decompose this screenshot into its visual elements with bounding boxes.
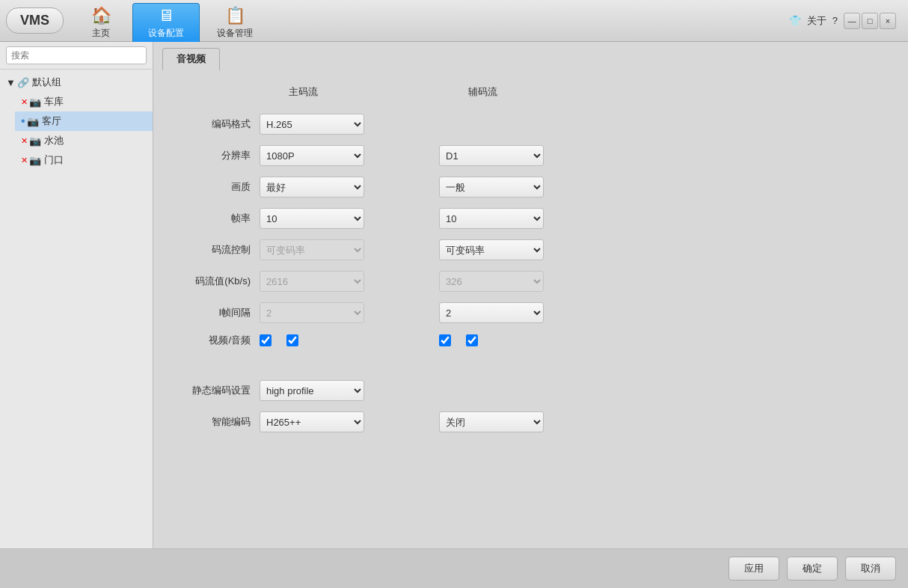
garage-label: 车库: [44, 95, 64, 108]
titlebar-right: 👕 关于 ? — □ ×: [789, 13, 896, 29]
entrance-label: 门口: [44, 153, 64, 167]
group-label: 默认组: [32, 76, 61, 89]
titlebar: VMS 🏠 主页 🖥 设备配置 📋 设备管理 👕 关于 ? — □ ×: [0, 0, 908, 42]
iframe-interval-row: I帧间隔 213 213: [176, 302, 886, 323]
static-encoding-select[interactable]: high profile main profile baseline: [260, 380, 364, 401]
video-sub-checkbox[interactable]: [439, 334, 451, 346]
bitrate-value-label: 码流值(Kb/s): [176, 275, 251, 288]
minimize-button[interactable]: —: [844, 13, 860, 29]
iframe-interval-main-select[interactable]: 213: [260, 302, 364, 323]
encoding-format-row: 编码格式 H.265 H.264: [176, 114, 886, 135]
main-layout: ▼ 🔗 默认组 ✕ 📷 车库 • 📷 客厅 ✕ 📷 水池: [0, 42, 908, 548]
help-label[interactable]: ?: [832, 15, 838, 26]
framerate-sub-select[interactable]: 1015202530: [439, 208, 544, 229]
bitrate-control-sub-select[interactable]: 可变码率固定码率: [439, 239, 544, 260]
logo-button[interactable]: VMS: [6, 7, 64, 34]
audio-main-checkbox[interactable]: [286, 334, 298, 346]
cancel-button[interactable]: 取消: [845, 557, 896, 581]
nav-tabs: 🏠 主页 🖥 设备配置 📋 设备管理: [71, 0, 789, 42]
tree-item-living-room[interactable]: • 📷 客厅: [15, 111, 153, 131]
video-audio-row: 视频/音频: [176, 334, 886, 347]
apply-button[interactable]: 应用: [728, 557, 779, 581]
tab-audio-video-label: 音视频: [177, 53, 206, 64]
bitrate-value-sub-select[interactable]: 326: [439, 271, 544, 292]
search-input[interactable]: [6, 46, 147, 64]
nav-tab-device-manage[interactable]: 📋 设备管理: [201, 3, 269, 42]
camera-icon: 📷: [27, 116, 39, 127]
iframe-interval-label: I帧间隔: [176, 306, 251, 319]
tree-item-entrance[interactable]: ✕ 📷 门口: [15, 150, 153, 170]
static-encoding-label: 静态编码设置: [176, 384, 251, 397]
iframe-interval-sub-select[interactable]: 213: [439, 302, 544, 323]
tree-item-pool[interactable]: ✕ 📷 水池: [15, 131, 153, 150]
tree-item-garage[interactable]: ✕ 📷 车库: [15, 92, 153, 111]
search-box: [0, 42, 153, 70]
confirm-button[interactable]: 确定: [787, 557, 838, 581]
resolution-sub-select[interactable]: D1CIFQCIF: [439, 145, 544, 166]
audio-sub-checkbox[interactable]: [466, 334, 478, 346]
close-button[interactable]: ×: [880, 13, 896, 29]
video-audio-label: 视频/音频: [176, 334, 251, 347]
nav-tab-device-config[interactable]: 🖥 设备配置: [132, 3, 200, 42]
shirt-icon: 👕: [789, 15, 801, 26]
resolution-label: 分辨率: [176, 149, 251, 162]
bitrate-value-main-select[interactable]: 2616: [260, 271, 364, 292]
smart-encoding-sub-select[interactable]: 关闭开启: [439, 411, 544, 432]
bitrate-value-row: 码流值(Kb/s) 2616 326: [176, 271, 886, 292]
window-controls: — □ ×: [844, 13, 896, 29]
bitrate-control-main-select[interactable]: 可变码率固定码率: [260, 239, 364, 260]
tree-item-default-group[interactable]: ▼ 🔗 默认组: [0, 73, 153, 92]
nav-tab-icon-device-manage: 📋: [225, 6, 245, 25]
content-tabs: 音视频: [153, 42, 908, 70]
tab-audio-video[interactable]: 音视频: [162, 48, 220, 70]
nav-tab-home[interactable]: 🏠 主页: [71, 3, 131, 42]
expand-icon: ▼: [6, 77, 16, 88]
maximize-button[interactable]: □: [862, 13, 878, 29]
nav-tab-icon-device-config: 🖥: [158, 6, 174, 25]
encoding-format-label: 编码格式: [176, 117, 251, 131]
sub-stream-header: 辅码流: [423, 85, 542, 99]
nav-tab-icon-home: 🏠: [91, 6, 111, 25]
group-icon: 🔗: [17, 77, 29, 88]
active-dot: •: [21, 114, 25, 128]
bitrate-control-label: 码流控制: [176, 243, 251, 257]
device-tree: ▼ 🔗 默认组 ✕ 📷 车库 • 📷 客厅 ✕ 📷 水池: [0, 70, 153, 548]
error-icon: ✕: [21, 156, 28, 165]
smart-encoding-label: 智能编码: [176, 415, 251, 429]
logo-text: VMS: [20, 13, 49, 28]
bottom-bar: 应用 确定 取消: [0, 548, 908, 588]
framerate-row: 帧率 1015202530 1015202530: [176, 208, 886, 229]
static-encoding-row: 静态编码设置 high profile main profile baselin…: [176, 380, 886, 401]
quality-label: 画质: [176, 180, 251, 194]
smart-encoding-row: 智能编码 H265++H264+关闭 关闭开启: [176, 411, 886, 432]
encoding-format-main-select[interactable]: H.265 H.264: [260, 114, 364, 135]
living-room-label: 客厅: [42, 114, 61, 128]
about-label[interactable]: 关于: [807, 14, 826, 28]
pool-label: 水池: [44, 134, 64, 147]
nav-tab-label-device-config: 设备配置: [148, 27, 184, 40]
camera-icon: 📷: [29, 155, 41, 166]
bitrate-control-row: 码流控制 可变码率固定码率 可变码率固定码率: [176, 239, 886, 260]
form-panel: 主码流 辅码流 编码格式 H.265 H.264: [153, 70, 908, 548]
video-main-checkbox[interactable]: [260, 334, 272, 346]
camera-icon: 📷: [29, 97, 41, 108]
main-stream-header: 主码流: [243, 85, 363, 99]
quality-sub-select[interactable]: 最好较好一般较差最差: [439, 177, 544, 197]
content-area: 音视频 主码流 辅码流 编码格式 H.265 H.264: [153, 42, 908, 548]
smart-encoding-main-select[interactable]: H265++H264+关闭: [260, 411, 364, 432]
camera-icon: 📷: [29, 135, 41, 147]
tree-children: ✕ 📷 车库 • 📷 客厅 ✕ 📷 水池 ✕ 📷 门口: [0, 92, 153, 170]
nav-tab-label-home: 主页: [92, 27, 110, 40]
error-icon: ✕: [21, 97, 28, 107]
quality-row: 画质 最好较好一般较差最差 最好较好一般较差最差: [176, 177, 886, 197]
framerate-label: 帧率: [176, 212, 251, 225]
nav-tab-label-device-manage: 设备管理: [217, 27, 253, 40]
resolution-row: 分辨率 1080P720PD1CIF D1CIFQCIF: [176, 145, 886, 166]
resolution-main-select[interactable]: 1080P720PD1CIF: [260, 145, 364, 166]
framerate-main-select[interactable]: 1015202530: [260, 208, 364, 229]
sidebar: ▼ 🔗 默认组 ✕ 📷 车库 • 📷 客厅 ✕ 📷 水池: [0, 42, 153, 548]
error-icon: ✕: [21, 136, 28, 146]
quality-main-select[interactable]: 最好较好一般较差最差: [260, 177, 364, 197]
encoding-format-main: H.265 H.264: [260, 114, 379, 135]
